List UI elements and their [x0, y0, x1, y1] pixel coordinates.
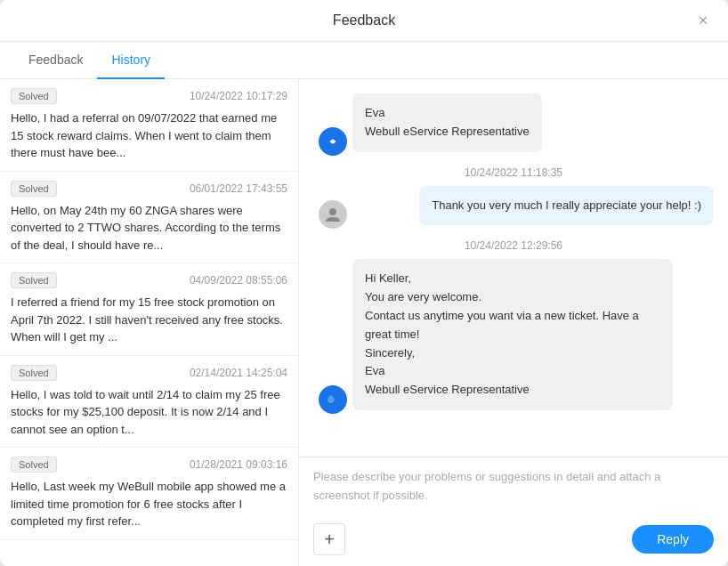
- list-item[interactable]: Solved 06/01/2022 17:43:55 Hello, on May…: [0, 172, 298, 264]
- chat-messages: EvaWebull eService Representative 10/24/…: [299, 79, 728, 457]
- message-row: EvaWebull eService Representative: [313, 93, 714, 156]
- message-bubble: EvaWebull eService Representative: [352, 93, 542, 152]
- ticket-date: 10/24/2022 10:17:29: [190, 90, 287, 102]
- message-bubble: Thank you very much I really appreciate …: [419, 186, 714, 226]
- reply-button[interactable]: Reply: [632, 525, 714, 554]
- tab-history[interactable]: History: [97, 42, 165, 79]
- message-text: Hi Keller,You are very welcome.Contact u…: [365, 271, 639, 396]
- ticket-text: Hello, I had a referral on 09/07/2022 th…: [11, 109, 287, 162]
- feedback-modal: Feedback × Feedback History Solved 10/24…: [0, 0, 728, 566]
- ticket-date: 02/14/2021 14:25:04: [190, 367, 287, 379]
- ticket-meta: Solved 01/28/2021 09:03:16: [11, 457, 287, 473]
- ticket-text: I referred a friend for my 15 free stock…: [11, 294, 287, 346]
- status-badge: Solved: [11, 272, 57, 288]
- ticket-meta: Solved 02/14/2021 14:25:04: [11, 365, 287, 381]
- list-item[interactable]: Solved 10/24/2022 10:17:29 Hello, I had …: [0, 79, 298, 172]
- status-badge: Solved: [11, 181, 57, 197]
- list-item[interactable]: Solved 01/28/2021 09:03:16 Hello, Last w…: [0, 448, 298, 540]
- message-bubble: Hi Keller,You are very welcome.Contact u…: [352, 259, 673, 410]
- ticket-text: Hello, Last week my WeBull mobile app sh…: [11, 478, 287, 530]
- list-item[interactable]: Solved 04/09/2022 08:55:06 I referred a …: [0, 263, 298, 356]
- chat-panel: EvaWebull eService Representative 10/24/…: [299, 79, 728, 566]
- message-text: Thank you very much I really appreciate …: [432, 198, 701, 212]
- chat-input-area: Please describe your problems or suggest…: [299, 457, 728, 566]
- chat-input-placeholder[interactable]: Please describe your problems or suggest…: [313, 468, 714, 513]
- chat-input-actions: + Reply: [313, 523, 714, 555]
- ticket-meta: Solved 10/24/2022 10:17:29: [11, 88, 287, 104]
- modal-header: Feedback ×: [0, 0, 728, 42]
- tab-feedback[interactable]: Feedback: [14, 42, 97, 79]
- status-badge: Solved: [11, 457, 57, 473]
- message-row: Thank you very much I really appreciate …: [313, 186, 714, 230]
- agent-avatar-icon: [319, 127, 347, 156]
- tab-bar: Feedback History: [0, 42, 728, 79]
- ticket-meta: Solved 06/01/2022 17:43:55: [11, 181, 287, 197]
- ticket-text: Hello, on May 24th my 60 ZNGA shares wer…: [11, 202, 287, 255]
- ticket-date: 01/28/2021 09:03:16: [190, 458, 287, 471]
- modal-title: Feedback: [333, 12, 395, 28]
- user-avatar: [319, 200, 347, 229]
- message-timestamp: 10/24/2022 11:18:35: [313, 166, 714, 179]
- ticket-meta: Solved 04/09/2022 08:55:06: [11, 272, 287, 288]
- close-button[interactable]: ×: [692, 10, 714, 31]
- content-area: Solved 10/24/2022 10:17:29 Hello, I had …: [0, 79, 728, 566]
- agent-avatar-icon: [319, 385, 347, 414]
- list-item[interactable]: Solved 02/14/2021 14:25:04 Hello, I was …: [0, 356, 298, 449]
- message-timestamp: 10/24/2022 12:29:56: [313, 239, 714, 252]
- ticket-date: 06/01/2022 17:43:55: [190, 182, 287, 195]
- ticket-list: Solved 10/24/2022 10:17:29 Hello, I had …: [0, 79, 299, 566]
- status-badge: Solved: [11, 88, 57, 104]
- ticket-date: 04/09/2022 08:55:06: [190, 274, 287, 287]
- message-text: EvaWebull eService Representative: [365, 106, 530, 138]
- message-row: Hi Keller,You are very welcome.Contact u…: [313, 259, 714, 414]
- status-badge: Solved: [11, 365, 57, 381]
- svg-point-2: [329, 208, 336, 215]
- ticket-text: Hello, I was told to wait until 2/14 to …: [11, 386, 287, 439]
- attach-button[interactable]: +: [313, 523, 345, 555]
